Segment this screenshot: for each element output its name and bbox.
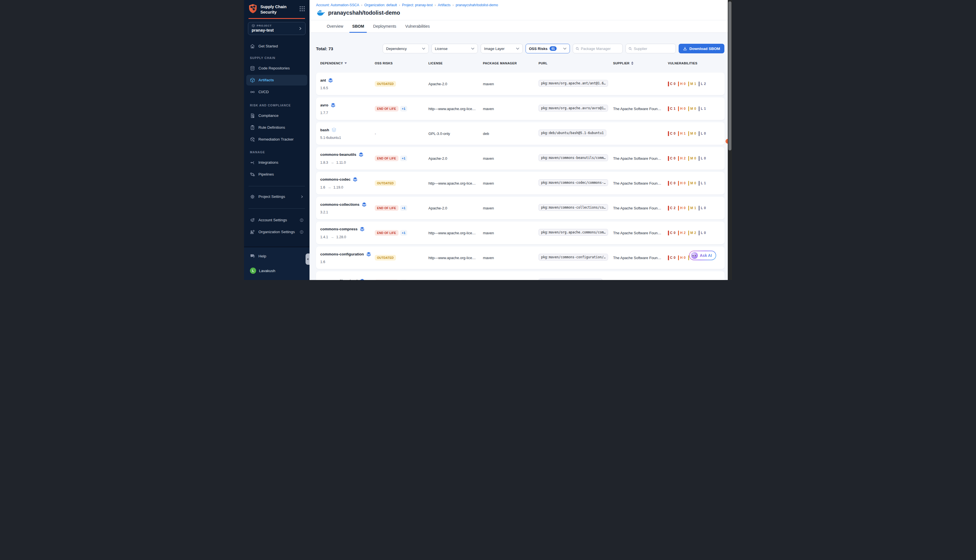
table-row[interactable]: commons-beanutils 1.8.3 → 1.11.0 END OF …: [316, 147, 725, 170]
scrollbar-track[interactable]: [728, 0, 732, 280]
risk-badge: END OF LIFE: [375, 106, 399, 112]
dependency-name[interactable]: ant: [320, 78, 326, 82]
sidebar-item-help[interactable]: ? Help: [246, 251, 307, 262]
sidebar-item-get-started[interactable]: Get Started: [246, 41, 307, 52]
app-window: Supply Chain Security PROJECT pranay-tes…: [244, 0, 732, 280]
ask-ai-button[interactable]: Ask AI: [689, 251, 716, 260]
sidebar-item-project-settings[interactable]: Project Settings: [246, 192, 307, 202]
purl-chip[interactable]: pkg:maven/commons-fileupload/…: [539, 278, 602, 280]
oss-risk-cell: END OF LIFE +1: [375, 106, 429, 112]
purl-chip[interactable]: pkg:maven/org.apache.avro/avro@1…: [539, 105, 608, 112]
license-filter[interactable]: License: [432, 44, 478, 53]
risk-extra-badge[interactable]: +1: [400, 205, 407, 211]
oss-risk-cell: END OF LIFE +1: [375, 155, 429, 161]
version-row: 1.4.1 → 1.28.0: [320, 235, 375, 239]
tab-sbom[interactable]: SBOM: [352, 20, 365, 33]
oss-risk-cell: END OF LIFE +1: [375, 205, 429, 211]
column-supplier[interactable]: SUPPLIER: [613, 62, 668, 65]
project-selector[interactable]: PROJECT pranay-test: [248, 22, 305, 35]
dependency-name[interactable]: commons-compress: [320, 227, 357, 231]
version-row: 5.1-6ubuntu1: [320, 136, 375, 140]
tab-deployments[interactable]: Deployments: [372, 20, 397, 33]
module-switcher-icon[interactable]: [300, 6, 305, 11]
vulnerabilities-cell: C0 H0 M0 L1: [668, 181, 725, 186]
package-manager-input[interactable]: [581, 47, 620, 51]
table-row[interactable]: commons-configuration 1.6 OUTDATED http-…: [316, 247, 725, 269]
dependency-name[interactable]: avro: [320, 103, 329, 107]
critical-count: C2: [668, 206, 676, 210]
license-cell: Apache-2.0: [429, 206, 483, 210]
dependency-cell: commons-configuration 1.6: [320, 252, 375, 264]
risk-badge: END OF LIFE: [375, 230, 399, 236]
license-cell: GPL-3.0-only: [429, 132, 483, 136]
dependency-filter[interactable]: Dependency: [383, 44, 429, 53]
high-count: H1: [678, 131, 686, 136]
risk-extra-badge[interactable]: +1: [400, 230, 407, 236]
sidebar-item-account-settings[interactable]: Account Settings: [246, 215, 307, 225]
sidebar-item-cicd[interactable]: CI/CD: [246, 87, 307, 97]
breadcrumb-account[interactable]: Account: Automation-SSCA: [316, 3, 359, 7]
sidebar-item-organization-settings[interactable]: Organization Settings: [246, 227, 307, 237]
sidebar: Supply Chain Security PROJECT pranay-tes…: [244, 0, 310, 280]
table-row[interactable]: avro 1.7.7 END OF LIFE +1 http---www.apa…: [316, 97, 725, 120]
info-icon[interactable]: [300, 218, 304, 222]
breadcrumb-project[interactable]: Project: pranay-test: [402, 3, 433, 7]
supplier-input[interactable]: [634, 47, 673, 51]
info-icon[interactable]: [300, 230, 304, 234]
purl-chip[interactable]: pkg:maven/org.apache.commons/com…: [539, 229, 608, 236]
sidebar-item-compliance[interactable]: Compliance: [246, 110, 307, 121]
breadcrumb-artifacts[interactable]: Artifacts: [438, 3, 450, 7]
sidebar-item-code-repositories[interactable]: Code Repositories: [246, 63, 307, 74]
image-layer-filter[interactable]: Image Layer: [480, 44, 523, 53]
version-row: 1.6 → 1.19.0: [320, 185, 375, 189]
oss-risks-filter[interactable]: OSS Risks 01: [526, 44, 570, 53]
dependency-name[interactable]: commons-fileupload: [320, 279, 357, 280]
purl-chip[interactable]: pkg:maven/commons-beanutils/comm…: [539, 154, 608, 161]
purl-cell: pkg:maven/commons-configuration/…: [539, 254, 613, 262]
supplier-cell: The Apache Software Foun…: [613, 107, 668, 111]
table-row[interactable]: commons-compress 1.4.1 → 1.28.0 END OF L…: [316, 222, 725, 244]
sidebar-item-pipelines[interactable]: Pipelines: [246, 169, 307, 180]
table-row[interactable]: ant 1.6.5 OUTDATED Apache-2.0 maven pkg:…: [316, 73, 725, 95]
risk-extra-badge[interactable]: +1: [400, 155, 407, 161]
tab-overview[interactable]: Overview: [326, 20, 344, 33]
dependency-name[interactable]: commons-codec: [320, 177, 350, 182]
table-row[interactable]: commons-fileupload END OF LIFE +1 Apache…: [316, 271, 725, 280]
purl-cell: pkg:maven/org.apache.avro/avro@1…: [539, 105, 613, 113]
dependency-name[interactable]: bash: [320, 128, 329, 132]
sidebar-item-artifacts[interactable]: Artifacts: [246, 75, 307, 85]
dependency-name[interactable]: commons-beanutils: [320, 152, 356, 157]
tab-vulnerabilities[interactable]: Vulnerabilities: [405, 20, 430, 33]
purl-chip[interactable]: pkg:maven/commons-configuration/…: [539, 254, 608, 260]
sidebar-collapse-handle[interactable]: [305, 253, 310, 265]
purl-chip[interactable]: pkg:maven/org.apache.ant/ant@1.6…: [539, 80, 608, 87]
risk-extra-badge[interactable]: +1: [400, 106, 407, 112]
table-row[interactable]: bash 5.1-6ubuntu1 - GPL-3.0-only deb pkg…: [316, 122, 725, 145]
purl-chip[interactable]: pkg:maven/commons-codec/commons-…: [539, 179, 608, 186]
high-count: H0: [678, 255, 686, 260]
user-name: Lavakush: [259, 269, 275, 273]
code-repo-icon: [250, 66, 255, 71]
search-icon: [576, 47, 579, 51]
sidebar-item-rule-definitions[interactable]: Rule Definitions: [246, 122, 307, 133]
purl-chip[interactable]: pkg:maven/commons-collections/co…: [539, 204, 608, 211]
table-row[interactable]: commons-collections 3.2.1 END OF LIFE +1…: [316, 197, 725, 219]
gear-icon: [250, 194, 255, 199]
purl-chip[interactable]: pkg:deb/ubuntu/bash@5.1-6ubuntu1: [539, 130, 606, 136]
user-menu[interactable]: L Lavakush: [246, 265, 307, 276]
risk-extra-badge[interactable]: +1: [400, 280, 407, 280]
dependency-name[interactable]: commons-collections: [320, 202, 359, 207]
download-sbom-button[interactable]: Download SBOM: [679, 44, 724, 53]
avatar: L: [250, 268, 256, 274]
main-area: Account: Automation-SSCA › Organization:…: [310, 0, 732, 280]
breadcrumb-current[interactable]: pranaycshah/todolist-demo: [455, 3, 498, 7]
table-row[interactable]: commons-codec 1.6 → 1.19.0 OUTDATED http…: [316, 172, 725, 195]
column-dependency[interactable]: DEPENDENCY: [320, 62, 375, 65]
sidebar-item-remediation-tracker[interactable]: Remediation Tracker: [246, 134, 307, 145]
vulnerabilities-cell: C1 H0 M0 L1: [668, 107, 725, 111]
sidebar-item-integrations[interactable]: Integrations: [246, 157, 307, 168]
scrollbar-thumb[interactable]: [728, 2, 731, 150]
license-cell: Apache-2.0: [429, 82, 483, 86]
breadcrumb-organization[interactable]: Organization: default: [364, 3, 397, 7]
dependency-name[interactable]: commons-configuration: [320, 252, 364, 256]
